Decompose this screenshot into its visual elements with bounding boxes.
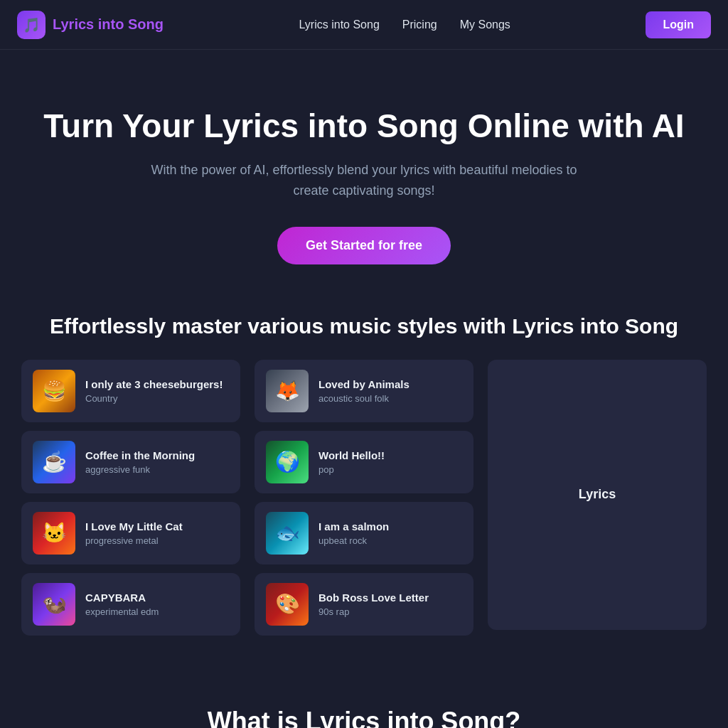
bottom-heading: What is Lyrics into Song? xyxy=(28,707,700,728)
logo-text-highlight: Song xyxy=(128,16,164,32)
col-1: 🍔 I only ate 3 cheeseburgers! Country ☕ … xyxy=(21,360,240,636)
lyrics-panel-label: Lyrics xyxy=(579,487,616,502)
song-info: I only ate 3 cheeseburgers! Country xyxy=(85,378,223,404)
hero-section: Turn Your Lyrics into Song Online with A… xyxy=(0,50,728,307)
song-thumbnail: 🦊 xyxy=(266,370,309,412)
navbar: 🎵 Lyrics into Song Lyrics into Song Pric… xyxy=(0,0,728,50)
song-info: Coffee in the Morning aggressive funk xyxy=(85,449,195,475)
song-thumbnail: 🍔 xyxy=(33,370,75,412)
song-info: I Love My Little Cat progressive metal xyxy=(85,520,183,546)
cta-button[interactable]: Get Started for free xyxy=(277,227,451,264)
song-genre: Country xyxy=(85,393,223,404)
song-genre: aggressive funk xyxy=(85,464,195,475)
cards-grid: 🍔 I only ate 3 cheeseburgers! Country ☕ … xyxy=(0,360,728,678)
song-title: I Love My Little Cat xyxy=(85,520,183,532)
hero-heading: Turn Your Lyrics into Song Online with A… xyxy=(28,107,700,146)
song-title: CAPYBARA xyxy=(85,592,159,604)
section-title: Effortlessly master various music styles… xyxy=(0,307,728,360)
nav-link-pricing[interactable]: Pricing xyxy=(402,18,437,31)
song-info: World Hello!! pop xyxy=(318,449,385,475)
list-item[interactable]: ☕ Coffee in the Morning aggressive funk xyxy=(21,431,240,493)
song-info: CAPYBARA experimental edm xyxy=(85,592,159,617)
song-info: Bob Ross Love Letter 90s rap xyxy=(318,592,429,617)
logo-text: Lyrics into Song xyxy=(53,16,164,33)
song-title: World Hello!! xyxy=(318,449,385,461)
nav-link-mysongs[interactable]: My Songs xyxy=(460,18,510,31)
song-thumbnail: 🌍 xyxy=(266,441,309,483)
song-thumbnail: 🐱 xyxy=(33,512,75,555)
list-item[interactable]: 🦊 Loved by Animals acoustic soul folk xyxy=(255,360,473,422)
song-genre: upbeat rock xyxy=(318,535,389,546)
song-title: I only ate 3 cheeseburgers! xyxy=(85,378,223,390)
logo-text-plain: Lyrics into xyxy=(53,16,128,32)
nav-links: Lyrics into Song Pricing My Songs xyxy=(299,18,510,31)
list-item[interactable]: 🦦 CAPYBARA experimental edm xyxy=(21,573,240,636)
list-item[interactable]: 🎨 Bob Ross Love Letter 90s rap xyxy=(255,573,473,636)
list-item[interactable]: 🍔 I only ate 3 cheeseburgers! Country xyxy=(21,360,240,422)
logo-icon: 🎵 xyxy=(17,11,46,39)
song-genre: 90s rap xyxy=(318,606,429,617)
bottom-section: What is Lyrics into Song? xyxy=(0,678,728,728)
song-thumbnail: ☕ xyxy=(33,441,75,483)
song-title: I am a salmon xyxy=(318,520,389,532)
song-title: Coffee in the Morning xyxy=(85,449,195,461)
col-2: 🦊 Loved by Animals acoustic soul folk 🌍 … xyxy=(255,360,473,636)
song-title: Loved by Animals xyxy=(318,378,410,390)
song-genre: acoustic soul folk xyxy=(318,393,410,404)
col-3: Lyrics xyxy=(488,360,707,636)
song-genre: experimental edm xyxy=(85,606,159,617)
hero-subheading: With the power of AI, effortlessly blend… xyxy=(151,160,577,201)
lyrics-panel: Lyrics xyxy=(488,360,707,630)
list-item[interactable]: 🐱 I Love My Little Cat progressive metal xyxy=(21,502,240,564)
nav-link-home[interactable]: Lyrics into Song xyxy=(299,18,380,31)
song-genre: progressive metal xyxy=(85,535,183,546)
song-title: Bob Ross Love Letter xyxy=(318,592,429,604)
song-genre: pop xyxy=(318,464,385,475)
list-item[interactable]: 🌍 World Hello!! pop xyxy=(255,431,473,493)
login-button[interactable]: Login xyxy=(646,11,711,38)
song-thumbnail: 🎨 xyxy=(266,583,309,626)
list-item[interactable]: 🐟 I am a salmon upbeat rock xyxy=(255,502,473,564)
logo[interactable]: 🎵 Lyrics into Song xyxy=(17,11,164,39)
song-thumbnail: 🐟 xyxy=(266,512,309,555)
song-info: Loved by Animals acoustic soul folk xyxy=(318,378,410,404)
song-info: I am a salmon upbeat rock xyxy=(318,520,389,546)
song-thumbnail: 🦦 xyxy=(33,583,75,626)
